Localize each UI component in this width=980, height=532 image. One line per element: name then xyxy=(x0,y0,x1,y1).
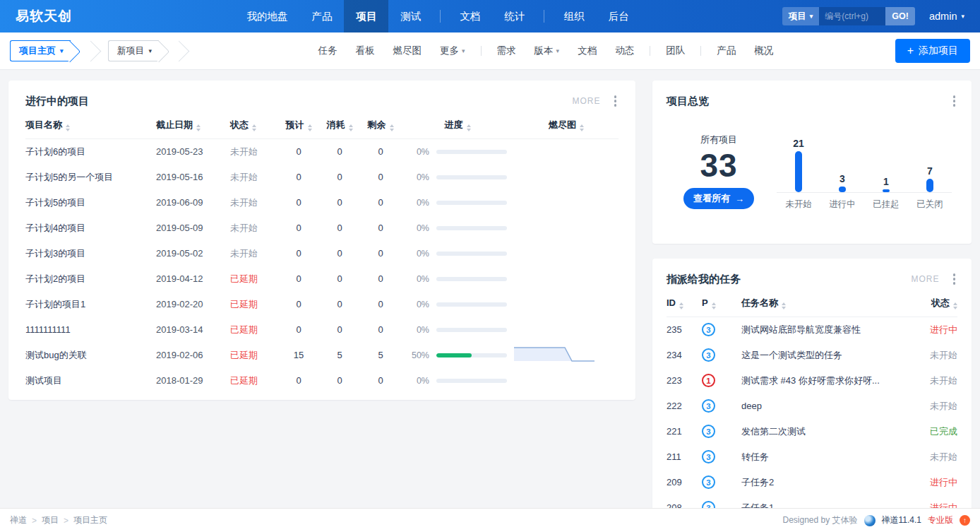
task-priority-cell: 3 xyxy=(702,419,741,444)
project-progress-cell: 0% xyxy=(401,292,514,317)
edition-label[interactable]: 专业版 xyxy=(928,514,953,526)
bar[interactable] xyxy=(839,187,846,192)
column-header-项目名称[interactable]: 项目名称 xyxy=(25,112,156,139)
column-header-P[interactable]: P xyxy=(702,290,741,317)
breadcrumb-button-项目主页[interactable]: 项目主页▾ xyxy=(10,40,71,61)
column-header-进度[interactable]: 进度 xyxy=(401,112,514,139)
burndown-sparkline xyxy=(514,344,597,364)
column-header-状态[interactable]: 状态 xyxy=(230,112,278,139)
project-name-link[interactable]: 子计划5的项目 xyxy=(25,197,85,208)
breadcrumb-chevron-icon xyxy=(80,40,101,61)
column-header-消耗[interactable]: 消耗 xyxy=(319,112,360,139)
bar[interactable] xyxy=(926,179,933,192)
task-name-link[interactable]: 转任务 xyxy=(741,451,769,462)
project-status-bar-chart: 21317 未开始进行中已挂起已关闭 xyxy=(771,122,957,211)
subnav-item-概况[interactable]: 概况 xyxy=(745,45,782,57)
progress-bar xyxy=(436,150,507,154)
project-progress-cell: 0% xyxy=(401,266,514,292)
project-estimate: 0 xyxy=(278,292,319,317)
project-name-link[interactable]: 子计划4的项目 xyxy=(25,223,85,233)
topnav-item-测试[interactable]: 测试 xyxy=(388,0,433,32)
footer-breadcrumb-item-项目[interactable]: 项目 xyxy=(42,514,59,526)
column-header-状态[interactable]: 状态 xyxy=(907,290,957,317)
topnav-item-后台[interactable]: 后台 xyxy=(596,0,640,32)
kebab-menu-icon[interactable] xyxy=(951,271,958,287)
project-burndown-cell xyxy=(514,241,619,266)
add-project-button[interactable]: + 添加项目 xyxy=(895,39,970,63)
subnav-item-动态[interactable]: 动态 xyxy=(606,45,643,57)
task-row: 2231测试需求 #43 你好呀需求你好呀...未开始 xyxy=(667,368,957,394)
column-header-预计[interactable]: 预计 xyxy=(278,112,319,139)
task-name-link[interactable]: 子任务2 xyxy=(741,477,774,487)
project-burndown-cell xyxy=(514,317,619,343)
sub-navbar: 项目主页▾新项目▾ 任务看板燃尽图更多▾需求版本▾文档动态团队产品概况 + 添加… xyxy=(0,32,980,70)
topnav-item-文档[interactable]: 文档 xyxy=(448,0,492,32)
user-menu[interactable]: admin ▾ xyxy=(929,11,964,22)
project-name-link[interactable]: 子计划3的项目 xyxy=(25,248,85,259)
project-left: 0 xyxy=(360,190,401,215)
project-name-link[interactable]: 子计划2的项目 xyxy=(25,273,85,284)
subnav-item-燃尽图[interactable]: 燃尽图 xyxy=(384,45,431,57)
topnav-item-统计[interactable]: 统计 xyxy=(492,0,537,32)
search-scope-select[interactable]: 项目 ▾ xyxy=(782,7,820,25)
column-header-任务名称[interactable]: 任务名称 xyxy=(741,290,907,317)
project-name-link[interactable]: 测试项目 xyxy=(25,375,62,386)
kebab-menu-icon[interactable] xyxy=(612,93,619,109)
task-name-link[interactable]: 测试需求 #43 你好呀需求你好呀... xyxy=(741,375,880,386)
project-status: 已延期 xyxy=(230,317,278,343)
project-name-link[interactable]: 1111111111 xyxy=(25,324,71,335)
kebab-menu-icon[interactable] xyxy=(951,93,958,109)
project-estimate: 15 xyxy=(278,343,319,368)
ongoing-projects-header-row: 项目名称截止日期状态预计消耗剩余进度燃尽图 xyxy=(25,112,619,139)
my-tasks-more-link[interactable]: MORE xyxy=(912,274,940,284)
topnav-item-我的地盘[interactable]: 我的地盘 xyxy=(234,0,299,32)
project-progress-cell: 0% xyxy=(401,190,514,215)
column-header-燃尽图[interactable]: 燃尽图 xyxy=(514,112,619,139)
bar[interactable] xyxy=(795,151,802,192)
subnav-item-需求[interactable]: 需求 xyxy=(488,45,525,57)
column-header-剩余[interactable]: 剩余 xyxy=(360,112,401,139)
progress-percent: 0% xyxy=(401,376,429,386)
footer-breadcrumb-item-禅道[interactable]: 禅道 xyxy=(10,514,27,526)
bar-label: 未开始 xyxy=(777,199,820,211)
task-row: 2353测试网站底部导航宽度兼容性进行中 xyxy=(667,317,957,343)
subnav-item-产品[interactable]: 产品 xyxy=(707,45,745,57)
subnav-item-任务[interactable]: 任务 xyxy=(309,45,347,57)
project-name-link[interactable]: 子计划的项目1 xyxy=(25,299,85,309)
footer-breadcrumb-item-项目主页[interactable]: 项目主页 xyxy=(73,514,107,526)
project-status: 已延期 xyxy=(230,266,278,292)
task-name-link[interactable]: deep xyxy=(741,401,762,411)
project-estimate: 0 xyxy=(278,190,319,215)
view-all-button[interactable]: 查看所有 → xyxy=(683,188,754,209)
project-consumed: 0 xyxy=(319,266,360,292)
project-name-cell: 子计划4的项目 xyxy=(25,215,156,241)
subnav-item-文档[interactable]: 文档 xyxy=(568,45,606,57)
breadcrumb-label: 新项目 xyxy=(117,41,145,61)
ongoing-projects-more-link[interactable]: MORE xyxy=(573,96,601,106)
search-go-button[interactable]: GO! xyxy=(885,7,915,25)
bar[interactable] xyxy=(883,189,890,192)
subnav-item-更多[interactable]: 更多▾ xyxy=(431,45,474,57)
subnav-item-版本[interactable]: 版本▾ xyxy=(525,45,569,57)
subnav-item-看板[interactable]: 看板 xyxy=(347,45,384,57)
column-header-截止日期[interactable]: 截止日期 xyxy=(156,112,230,139)
topnav-item-产品[interactable]: 产品 xyxy=(299,0,344,32)
bar-label: 已挂起 xyxy=(864,199,908,211)
project-name-link[interactable]: 测试bug的关联 xyxy=(25,350,87,360)
topnav-item-项目[interactable]: 项目 xyxy=(344,0,388,32)
subnav-item-团队[interactable]: 团队 xyxy=(657,45,694,57)
project-name-link[interactable]: 子计划5的另一个项目 xyxy=(25,172,113,182)
topnav-item-组织[interactable]: 组织 xyxy=(551,0,596,32)
task-row: 2343这是一个测试类型的任务未开始 xyxy=(667,343,957,368)
search-input[interactable] xyxy=(819,7,885,25)
project-deadline: 2019-05-23 xyxy=(156,139,230,165)
project-deadline: 2019-02-20 xyxy=(156,292,230,317)
task-name-link[interactable]: 测试网站底部导航宽度兼容性 xyxy=(741,324,861,335)
project-name-link[interactable]: 子计划6的项目 xyxy=(25,146,85,157)
breadcrumb-button-新项目[interactable]: 新项目▾ xyxy=(108,40,160,61)
task-name-link[interactable]: 发信第二次测试 xyxy=(741,426,806,437)
column-header-ID[interactable]: ID xyxy=(667,290,702,317)
task-name-link[interactable]: 这是一个测试类型的任务 xyxy=(741,350,842,360)
upgrade-arrow-icon[interactable]: ↑ xyxy=(960,515,970,526)
brand-logo[interactable]: 易软天创 xyxy=(16,7,72,25)
